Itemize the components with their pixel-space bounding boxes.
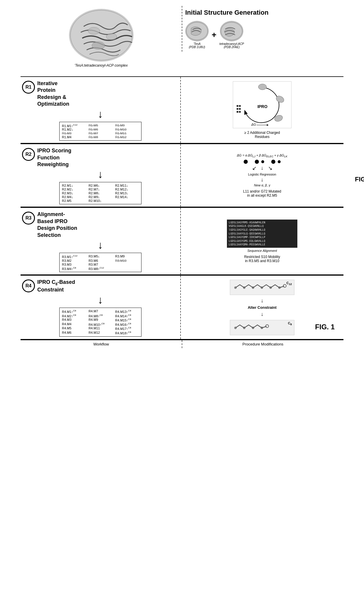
protein1-img bbox=[185, 21, 209, 41]
r4-m7: R4.M7 bbox=[89, 309, 112, 313]
initial-gen-title: Initial Structure Generation bbox=[185, 9, 269, 16]
lr-box: ↙ ↓ ↘ Logistic Regression ↓ New α, β, γ bbox=[244, 160, 281, 187]
r2-empty bbox=[115, 199, 139, 203]
r4-badge: R4 bbox=[22, 279, 35, 292]
procedure-label: Procedure Modifications bbox=[182, 340, 343, 348]
r2-m5: R2.M5 bbox=[62, 199, 86, 203]
top-right: Initial Structure Generation 'TesA(PDB 1… bbox=[182, 6, 343, 52]
r2-mutations: R2.M1↓ R2.M6↓ R2.M11↓ R2.M2↓ R2.M7↓ R2.M… bbox=[59, 182, 141, 204]
r2-m3: R2.M3↓ bbox=[62, 191, 86, 195]
r1-m12: R1.M12 bbox=[115, 135, 139, 139]
seq-line-4: LGDSLSAAYGLQ-QEEGWVKLLQ bbox=[229, 232, 296, 236]
seq-line-1: LGDSLSAGYRMS-ASAAWPALEN bbox=[229, 221, 296, 225]
arr3: ↘ bbox=[268, 165, 272, 171]
bottom-labels: Workflow Procedure Modifications bbox=[21, 340, 343, 348]
r3-section: R3 Alignment-Based IPRODesign PositionSe… bbox=[21, 207, 343, 275]
r2-title: IPRO ScoringFunctionReweighting bbox=[37, 147, 71, 168]
seq-line-6: LGDSLGASYGMS-EQLGWVALLQ bbox=[229, 239, 296, 243]
protein-complex-image bbox=[69, 9, 134, 62]
svg-rect-15 bbox=[239, 111, 241, 113]
protein2-svg bbox=[220, 21, 243, 41]
r1-section: R1 IterativeProteinRedesign &Optimizatio… bbox=[21, 76, 343, 144]
dot5 bbox=[278, 160, 281, 163]
fig-label: FIG. 1 bbox=[355, 176, 364, 183]
r2-header-row: R2 IPRO ScoringFunctionReweighting bbox=[22, 146, 179, 168]
r4-arrow: ↓ bbox=[98, 295, 103, 305]
small-proteins: 'TesA(PDB 1U8U) + bbox=[185, 21, 244, 49]
r1-badge: R1 bbox=[22, 81, 35, 94]
r2-m9: R2.M9↓ bbox=[89, 195, 112, 199]
svg-point-1 bbox=[88, 27, 100, 34]
r2-right: ΔG = α ΔGLJ + β ΔGELEC + γ ΔGLK ↙ bbox=[181, 144, 343, 207]
lr-down-arrow: ↓ bbox=[261, 177, 264, 183]
r2-m6: R2.M6↓ bbox=[89, 184, 112, 187]
r3-mutations: R3.M1↑C12 R3.M5↓ R3.M9 R3.M2 R3.M6 R3.M1… bbox=[59, 253, 141, 272]
r4-m6: R4.M6 bbox=[62, 331, 86, 335]
r2-m8: R2.M8↓ bbox=[89, 191, 112, 195]
top-left: 'TesA:tetradecanoyl-ACP complex bbox=[21, 6, 182, 70]
dot4 bbox=[271, 160, 275, 164]
complex-label: 'TesA:tetradecanoyl-ACP complex bbox=[75, 63, 128, 68]
c12-chain-box: C12 bbox=[230, 280, 294, 295]
r4-m4: R4.M4 bbox=[62, 322, 86, 326]
r3-m3: R3.M3 bbox=[62, 263, 86, 266]
r2-m14: R2.M14↓ bbox=[115, 195, 139, 199]
r4-left: R4 IPRO C8-BasedConstraint ↓ R4.M1↑C8 R4… bbox=[21, 276, 181, 339]
r3-badge: R3 bbox=[22, 212, 35, 225]
r1-m9: R1.M9 bbox=[115, 124, 139, 128]
r1-left: R1 IterativeProteinRedesign &Optimizatio… bbox=[21, 77, 181, 143]
c8-label: C8 bbox=[288, 321, 292, 326]
protein2-img bbox=[220, 21, 243, 41]
c8-chain-svg bbox=[232, 322, 291, 332]
fig1-label-fixed: FIG. 1 bbox=[315, 323, 335, 331]
svg-point-0 bbox=[70, 10, 132, 60]
alter-constraint-arrow2: ↓ bbox=[261, 311, 264, 317]
r1-right: IPRO ΔG bbox=[181, 77, 343, 143]
r3-m8: R3.M8↑C12 bbox=[89, 267, 112, 271]
r1-m11: R1.M11 bbox=[115, 131, 139, 135]
top-section: 'TesA:tetradecanoyl-ACP complex Initial … bbox=[21, 6, 343, 70]
plus-sign: + bbox=[212, 30, 216, 40]
c8-chain-box: C8 bbox=[230, 320, 294, 335]
r3-m7: R3.M7 bbox=[89, 263, 112, 266]
arr1: ↙ bbox=[252, 165, 257, 171]
r4-m18: R4.M18↑C8 bbox=[115, 331, 139, 335]
protein2-label: tetradecanoyl-ACP(PDB 2FAE) bbox=[219, 42, 244, 49]
svg-rect-12 bbox=[237, 111, 238, 113]
r3-m2: R3.M2 bbox=[62, 259, 86, 262]
r4-m10: R4.M10↑C8 bbox=[89, 322, 112, 326]
r2-badge: R2 bbox=[22, 148, 35, 161]
svg-rect-13 bbox=[239, 105, 241, 107]
r1-m3: R1.M3 bbox=[62, 131, 86, 135]
protein1: 'TesA(PDB 1U8U) bbox=[185, 21, 209, 49]
dot2 bbox=[255, 160, 259, 164]
r3-m1: R3.M1↑C12 bbox=[62, 254, 86, 259]
r2-m1: R2.M1↓ bbox=[62, 184, 86, 187]
r3-header-row: R3 Alignment-Based IPRODesign PositionSe… bbox=[22, 210, 179, 239]
seq-line-3: lGDSLSAGYGLE-QAQAWVHLLQ bbox=[229, 228, 296, 232]
protein1-label: 'TesA(PDB 1U8U) bbox=[189, 42, 205, 49]
r3-right: LGDSLSAGYRMS-ASAAWPALEN VGDSLSAAGLK-QSEG… bbox=[181, 208, 343, 274]
r4-m15: R4.M15↑C8 bbox=[115, 318, 139, 322]
r2-formula: ΔG = α ΔGLJ + β ΔGELEC + γ ΔGLK bbox=[237, 154, 287, 158]
r1-m10: R1.M10 bbox=[115, 128, 139, 131]
main-content: 'TesA:tetradecanoyl-ACP complex Initial … bbox=[21, 6, 343, 348]
r2-m7: R2.M7↓ bbox=[89, 188, 112, 191]
r4-m17: R4.M17↑C8 bbox=[115, 326, 139, 331]
r1-m8: R1.M8 bbox=[89, 135, 112, 139]
r3-m4-empty bbox=[115, 267, 139, 271]
r1-m7: R1.M7 bbox=[89, 131, 112, 135]
r3-m3-empty bbox=[115, 263, 139, 266]
r4-m1: R4.M1↑C8 bbox=[62, 309, 86, 313]
protein2: tetradecanoyl-ACP(PDB 2FAE) bbox=[219, 21, 244, 49]
svg-point-7 bbox=[258, 84, 267, 90]
r3-m10: R3.M10 bbox=[115, 259, 139, 262]
r1-title: IterativeProteinRedesign &Optimization bbox=[37, 80, 69, 108]
r4-m11: R4.M11 bbox=[89, 326, 112, 331]
r2-m13: R2.M13↓ bbox=[115, 191, 139, 195]
r2-m10: R2.M10↓ bbox=[89, 199, 112, 203]
dot3 bbox=[261, 160, 264, 163]
r3-m4: R3.M4↑C8 bbox=[62, 267, 86, 271]
svg-rect-10 bbox=[237, 105, 238, 107]
r1-m6: R1.M6 bbox=[89, 128, 112, 131]
